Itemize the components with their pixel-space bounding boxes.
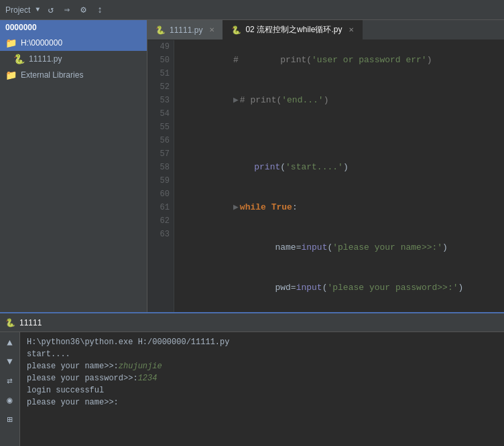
line-num-57: 57 bbox=[151, 147, 170, 161]
toolbar-btn-4[interactable]: ↕ bbox=[94, 3, 105, 17]
sidebar: 0000000 📁 H:\0000000 🐍 11111.py 📁 Extern… bbox=[0, 20, 147, 312]
terminal-title: 🐍 11111 bbox=[5, 318, 42, 327]
ext-libs-folder-icon: 📁 bbox=[5, 70, 17, 80]
sidebar-header: 0000000 bbox=[0, 20, 147, 35]
code-line-54: ▶while True: bbox=[181, 188, 497, 228]
term-line-name: please your name>>:zhujunjie bbox=[27, 360, 497, 372]
tab1-close[interactable]: ✕ bbox=[209, 26, 214, 33]
line-num-54: 54 bbox=[151, 107, 170, 121]
line-num-50: 50 bbox=[151, 54, 170, 67]
sidebar-file-label: 11111.py bbox=[29, 54, 62, 64]
code-line-52 bbox=[181, 134, 497, 147]
tabs-bar: 🐍 11111.py ✕ 🐍 02 流程控制之while循环.py ✕ bbox=[147, 20, 504, 40]
line-num-56: 56 bbox=[151, 134, 170, 147]
project-label: Project bbox=[5, 5, 30, 15]
term-down-btn[interactable]: ▼ bbox=[5, 355, 13, 368]
term-line-login: login successful bbox=[27, 384, 497, 396]
line-num-53: 53 bbox=[151, 94, 170, 107]
sidebar-item-ext-libs[interactable]: 📁 External Libraries bbox=[0, 67, 147, 83]
line-num-55: 55 bbox=[151, 121, 170, 134]
code-content[interactable]: # print('user or password err') ▶# print… bbox=[174, 40, 504, 312]
tab2-label: 02 流程控制之while循环.py bbox=[245, 24, 342, 35]
term-btn-4[interactable]: ◉ bbox=[5, 393, 13, 407]
tab2-icon: 🐍 bbox=[231, 25, 241, 35]
term-line-prompt2: please your name>>: bbox=[27, 396, 497, 408]
line-num-58: 58 bbox=[151, 161, 170, 174]
tab-while-loop[interactable]: 🐍 02 流程控制之while循环.py ✕ bbox=[223, 20, 363, 40]
code-editor: 49 50 51 52 53 54 55 56 57 58 59 60 61 6… bbox=[147, 40, 504, 312]
sidebar-root-path: H:\0000000 bbox=[21, 38, 62, 48]
line-num-49: 49 bbox=[151, 40, 170, 54]
folder-icon: 📁 bbox=[5, 38, 17, 48]
terminal-title-label: 11111 bbox=[19, 318, 42, 327]
code-line-53: print('start....') bbox=[181, 147, 497, 188]
term-up-btn[interactable]: ▲ bbox=[5, 336, 13, 350]
tab1-label: 11111.py bbox=[170, 25, 202, 35]
terminal-header: 🐍 11111 bbox=[0, 313, 504, 332]
tab-11111[interactable]: 🐍 11111.py ✕ bbox=[147, 20, 223, 40]
line-num-60: 60 bbox=[151, 188, 170, 201]
line-num-63: 63 bbox=[151, 228, 170, 241]
line-numbers: 49 50 51 52 53 54 55 56 57 58 59 60 61 6… bbox=[147, 40, 174, 312]
toolbar-btn-3[interactable]: ⚙ bbox=[78, 3, 88, 17]
line-num-62: 62 bbox=[151, 214, 170, 228]
term-btn-5[interactable]: ⊞ bbox=[5, 413, 13, 427]
code-line-49: # print('user or password err') bbox=[181, 40, 497, 80]
top-bar: Project ▼ ↺ ⇒ ⚙ ↕ bbox=[0, 0, 504, 20]
terminal-content[interactable]: H:\python36\python.exe H:/0000000/11111.… bbox=[20, 332, 504, 446]
line-num-59: 59 bbox=[151, 174, 170, 188]
editor-area: 🐍 11111.py ✕ 🐍 02 流程控制之while循环.py ✕ 49 5… bbox=[147, 20, 504, 312]
terminal-sidebar: ▲ ▼ ⇄ ◉ ⊞ bbox=[0, 332, 20, 446]
code-line-51 bbox=[181, 121, 497, 134]
term-line-cmd: H:\python36\python.exe H:/0000000/11111.… bbox=[27, 336, 497, 348]
sidebar-item-file[interactable]: 🐍 11111.py bbox=[0, 51, 147, 67]
line-num-51: 51 bbox=[151, 67, 170, 80]
terminal-panel: 🐍 11111 ▲ ▼ ⇄ ◉ ⊞ H:\python36\python.exe… bbox=[0, 312, 504, 446]
tab1-icon: 🐍 bbox=[155, 25, 166, 35]
code-line-56: pwd=input('please your password>>:') bbox=[181, 268, 497, 308]
dropdown-arrow[interactable]: ▼ bbox=[36, 6, 40, 13]
line-num-61: 61 bbox=[151, 201, 170, 214]
sidebar-item-root[interactable]: 📁 H:\0000000 bbox=[0, 35, 147, 51]
term-btn-3[interactable]: ⇄ bbox=[5, 374, 13, 388]
term-line-start: start.... bbox=[27, 348, 497, 360]
toolbar-btn-1[interactable]: ↺ bbox=[45, 3, 56, 17]
line-num-52: 52 bbox=[151, 80, 170, 94]
main-area: 0000000 📁 H:\0000000 🐍 11111.py 📁 Extern… bbox=[0, 20, 504, 312]
python-file-icon: 🐍 bbox=[13, 54, 25, 64]
tab2-close[interactable]: ✕ bbox=[349, 26, 354, 33]
code-line-55: name=input('please your name>>:') bbox=[181, 228, 497, 268]
code-line-50: ▶# print('end...') bbox=[181, 80, 497, 121]
toolbar-btn-2[interactable]: ⇒ bbox=[62, 3, 72, 17]
sidebar-ext-libs-label: External Libraries bbox=[21, 70, 83, 80]
terminal-title-icon: 🐍 bbox=[5, 318, 15, 327]
terminal-body: ▲ ▼ ⇄ ◉ ⊞ H:\python36\python.exe H:/0000… bbox=[0, 332, 504, 446]
term-line-pwd: please your password>>:1234 bbox=[27, 372, 497, 384]
